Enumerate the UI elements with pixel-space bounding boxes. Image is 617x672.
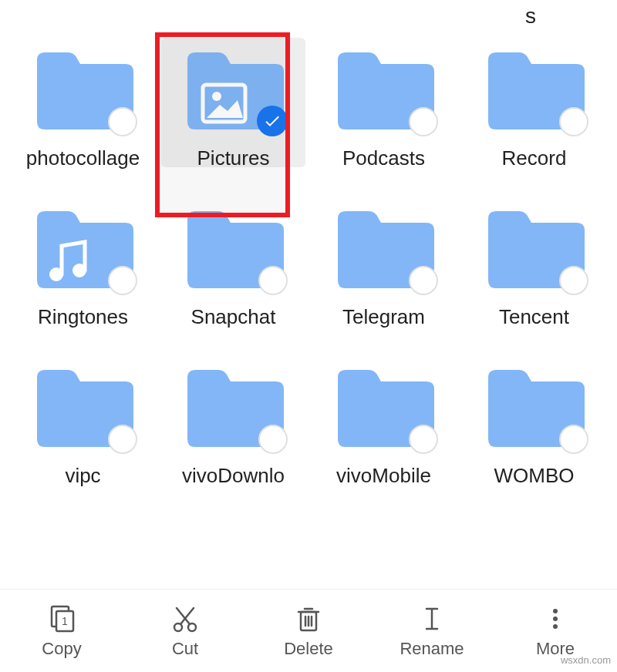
svg-point-1 bbox=[212, 92, 221, 101]
folder-vipc[interactable]: vipc bbox=[8, 352, 158, 488]
cut-icon bbox=[170, 603, 201, 634]
copy-label: Copy bbox=[42, 639, 81, 659]
cut-button[interactable]: Cut bbox=[123, 590, 247, 672]
selection-circle[interactable] bbox=[409, 425, 438, 454]
rename-button[interactable]: Rename bbox=[370, 590, 494, 672]
folder-vivomobile[interactable]: vivoMobile bbox=[308, 352, 459, 488]
selection-circle[interactable] bbox=[559, 425, 588, 454]
delete-icon bbox=[293, 603, 324, 634]
selection-circle[interactable] bbox=[258, 266, 288, 295]
rename-icon bbox=[416, 603, 447, 634]
folder-photocollage[interactable]: photocollage bbox=[8, 35, 158, 170]
folder-label: vivoMobile bbox=[336, 464, 431, 488]
svg-text:1: 1 bbox=[62, 615, 68, 627]
copy-icon: 1 bbox=[46, 603, 77, 634]
folder-podcasts[interactable]: Podcasts bbox=[308, 35, 459, 170]
delete-label: Delete bbox=[284, 639, 333, 659]
delete-button[interactable]: Delete bbox=[247, 590, 370, 672]
selection-circle[interactable] bbox=[108, 266, 137, 295]
rename-label: Rename bbox=[400, 639, 464, 659]
check-icon bbox=[263, 112, 282, 130]
selection-circle[interactable] bbox=[559, 266, 588, 295]
folder-grid: photocollage Pictures Podcasts bbox=[0, 0, 617, 489]
selection-circle[interactable] bbox=[559, 107, 588, 136]
selection-circle[interactable] bbox=[409, 266, 438, 295]
svg-point-20 bbox=[553, 609, 558, 613]
folder-pictures[interactable]: Pictures bbox=[158, 35, 308, 170]
folder-wombo[interactable]: WOMBO bbox=[459, 352, 609, 488]
watermark: wsxdn.com bbox=[561, 654, 611, 666]
folder-label: Pictures bbox=[197, 146, 270, 170]
svg-point-2 bbox=[49, 267, 63, 281]
folder-record[interactable]: Record bbox=[459, 35, 609, 170]
cut-label: Cut bbox=[172, 639, 198, 659]
svg-point-22 bbox=[553, 624, 558, 629]
selection-check-icon[interactable] bbox=[257, 106, 288, 136]
selection-circle[interactable] bbox=[409, 107, 438, 136]
folder-label: Tencent bbox=[499, 305, 569, 329]
folder-label: vivoDownlo bbox=[182, 464, 285, 488]
svg-point-21 bbox=[553, 617, 558, 621]
folder-label: Ringtones bbox=[38, 305, 128, 329]
folder-tencent[interactable]: Tencent bbox=[459, 193, 609, 329]
selection-circle[interactable] bbox=[108, 107, 137, 136]
folder-telegram[interactable]: Telegram bbox=[308, 193, 459, 329]
folder-label: Snapchat bbox=[191, 305, 276, 329]
folder-label: Record bbox=[502, 146, 567, 170]
folder-label: Telegram bbox=[342, 305, 425, 329]
folder-label: Podcasts bbox=[342, 146, 425, 170]
more-icon bbox=[540, 603, 571, 634]
selection-circle[interactable] bbox=[108, 425, 137, 454]
folder-label: photocollage bbox=[26, 146, 140, 170]
folder-label: WOMBO bbox=[494, 464, 575, 488]
folder-snapchat[interactable]: Snapchat bbox=[158, 193, 308, 329]
folder-label: vipc bbox=[65, 464, 100, 488]
copy-button[interactable]: 1 Copy bbox=[0, 590, 123, 672]
svg-point-3 bbox=[72, 264, 86, 277]
action-toolbar: 1 Copy Cut Delete Rename More bbox=[0, 589, 617, 672]
selection-circle[interactable] bbox=[258, 425, 288, 454]
folder-ringtones[interactable]: Ringtones bbox=[8, 193, 158, 329]
folder-vivodownlo[interactable]: vivoDownlo bbox=[158, 352, 308, 488]
sort-indicator-letter: s bbox=[525, 4, 536, 29]
